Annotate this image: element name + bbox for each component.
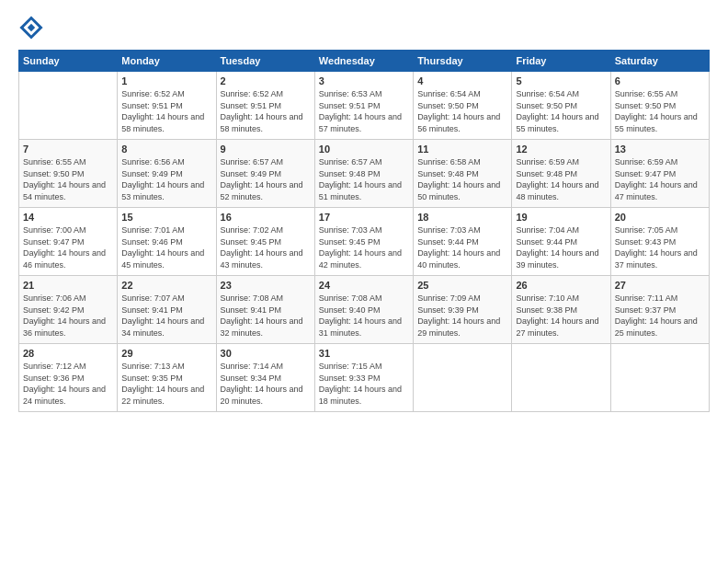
- calendar-cell: 26Sunrise: 7:10 AM Sunset: 9:38 PM Dayli…: [512, 276, 610, 344]
- day-number: 23: [221, 280, 311, 291]
- weekday-header-thursday: Thursday: [414, 51, 512, 72]
- day-info: Sunrise: 7:09 AM Sunset: 9:39 PM Dayligh…: [417, 293, 507, 339]
- day-info: Sunrise: 6:52 AM Sunset: 9:51 PM Dayligh…: [121, 88, 211, 134]
- day-info: Sunrise: 7:15 AM Sunset: 9:33 PM Dayligh…: [319, 361, 409, 407]
- day-info: Sunrise: 7:13 AM Sunset: 9:35 PM Dayligh…: [121, 361, 211, 407]
- calendar-cell: 1Sunrise: 6:52 AM Sunset: 9:51 PM Daylig…: [118, 72, 216, 140]
- calendar-cell: 5Sunrise: 6:54 AM Sunset: 9:50 PM Daylig…: [512, 72, 610, 140]
- day-number: 28: [23, 348, 113, 359]
- calendar-cell: [610, 344, 709, 412]
- day-info: Sunrise: 7:12 AM Sunset: 9:36 PM Dayligh…: [23, 361, 113, 407]
- calendar-cell: [414, 344, 512, 412]
- weekday-header-sunday: Sunday: [19, 51, 118, 72]
- day-number: 6: [615, 75, 705, 86]
- logo: [18, 15, 48, 40]
- day-number: 11: [417, 144, 507, 155]
- calendar-cell: 20Sunrise: 7:05 AM Sunset: 9:43 PM Dayli…: [610, 208, 709, 276]
- week-row-0: 1Sunrise: 6:52 AM Sunset: 9:51 PM Daylig…: [19, 72, 710, 140]
- day-number: 5: [516, 75, 606, 86]
- calendar-cell: 13Sunrise: 6:59 AM Sunset: 9:47 PM Dayli…: [610, 140, 709, 208]
- calendar-cell: 7Sunrise: 6:55 AM Sunset: 9:50 PM Daylig…: [19, 140, 118, 208]
- day-number: 31: [319, 348, 409, 359]
- day-info: Sunrise: 7:03 AM Sunset: 9:45 PM Dayligh…: [319, 224, 409, 270]
- day-info: Sunrise: 7:08 AM Sunset: 9:40 PM Dayligh…: [319, 293, 409, 339]
- header: [18, 15, 710, 40]
- calendar-cell: 4Sunrise: 6:54 AM Sunset: 9:50 PM Daylig…: [414, 72, 512, 140]
- day-info: Sunrise: 6:56 AM Sunset: 9:49 PM Dayligh…: [121, 156, 211, 202]
- day-number: 30: [221, 348, 311, 359]
- day-number: 8: [121, 144, 211, 155]
- calendar-cell: 18Sunrise: 7:03 AM Sunset: 9:44 PM Dayli…: [414, 208, 512, 276]
- day-info: Sunrise: 6:57 AM Sunset: 9:49 PM Dayligh…: [221, 156, 311, 202]
- day-info: Sunrise: 7:02 AM Sunset: 9:45 PM Dayligh…: [221, 224, 311, 270]
- day-info: Sunrise: 7:06 AM Sunset: 9:42 PM Dayligh…: [23, 293, 113, 339]
- day-info: Sunrise: 6:55 AM Sunset: 9:50 PM Dayligh…: [615, 88, 705, 134]
- day-number: 16: [221, 212, 311, 223]
- day-number: 17: [319, 212, 409, 223]
- day-info: Sunrise: 7:00 AM Sunset: 9:47 PM Dayligh…: [23, 224, 113, 270]
- calendar-cell: 15Sunrise: 7:01 AM Sunset: 9:46 PM Dayli…: [118, 208, 216, 276]
- day-number: 12: [516, 144, 606, 155]
- day-number: 22: [121, 280, 211, 291]
- day-info: Sunrise: 6:54 AM Sunset: 9:50 PM Dayligh…: [516, 88, 606, 134]
- day-info: Sunrise: 7:14 AM Sunset: 9:34 PM Dayligh…: [221, 361, 311, 407]
- day-number: 4: [417, 75, 507, 86]
- day-info: Sunrise: 7:01 AM Sunset: 9:46 PM Dayligh…: [121, 224, 211, 270]
- week-row-4: 28Sunrise: 7:12 AM Sunset: 9:36 PM Dayli…: [19, 344, 710, 412]
- weekday-header-tuesday: Tuesday: [216, 51, 314, 72]
- calendar-cell: 9Sunrise: 6:57 AM Sunset: 9:49 PM Daylig…: [216, 140, 314, 208]
- calendar-cell: 19Sunrise: 7:04 AM Sunset: 9:44 PM Dayli…: [512, 208, 610, 276]
- day-number: 15: [121, 212, 211, 223]
- day-info: Sunrise: 6:57 AM Sunset: 9:48 PM Dayligh…: [319, 156, 409, 202]
- calendar-cell: 27Sunrise: 7:11 AM Sunset: 9:37 PM Dayli…: [610, 276, 709, 344]
- day-number: 1: [121, 75, 211, 86]
- calendar-cell: 16Sunrise: 7:02 AM Sunset: 9:45 PM Dayli…: [216, 208, 314, 276]
- calendar-cell: 3Sunrise: 6:53 AM Sunset: 9:51 PM Daylig…: [314, 72, 413, 140]
- day-number: 21: [23, 280, 113, 291]
- calendar-cell: 10Sunrise: 6:57 AM Sunset: 9:48 PM Dayli…: [314, 140, 413, 208]
- day-info: Sunrise: 6:53 AM Sunset: 9:51 PM Dayligh…: [319, 88, 409, 134]
- calendar-cell: [19, 72, 118, 140]
- day-number: 9: [221, 144, 311, 155]
- week-row-1: 7Sunrise: 6:55 AM Sunset: 9:50 PM Daylig…: [19, 140, 710, 208]
- day-number: 27: [615, 280, 705, 291]
- calendar-cell: 24Sunrise: 7:08 AM Sunset: 9:40 PM Dayli…: [314, 276, 413, 344]
- calendar-cell: 8Sunrise: 6:56 AM Sunset: 9:49 PM Daylig…: [118, 140, 216, 208]
- day-info: Sunrise: 7:05 AM Sunset: 9:43 PM Dayligh…: [615, 224, 705, 270]
- calendar-cell: 11Sunrise: 6:58 AM Sunset: 9:48 PM Dayli…: [414, 140, 512, 208]
- day-number: 14: [23, 212, 113, 223]
- page: SundayMondayTuesdayWednesdayThursdayFrid…: [0, 0, 728, 563]
- calendar-cell: 29Sunrise: 7:13 AM Sunset: 9:35 PM Dayli…: [118, 344, 216, 412]
- day-number: 2: [221, 75, 311, 86]
- calendar-cell: 6Sunrise: 6:55 AM Sunset: 9:50 PM Daylig…: [610, 72, 709, 140]
- calendar-cell: 31Sunrise: 7:15 AM Sunset: 9:33 PM Dayli…: [314, 344, 413, 412]
- calendar-cell: 12Sunrise: 6:59 AM Sunset: 9:48 PM Dayli…: [512, 140, 610, 208]
- calendar-cell: 23Sunrise: 7:08 AM Sunset: 9:41 PM Dayli…: [216, 276, 314, 344]
- weekday-header-friday: Friday: [512, 51, 610, 72]
- day-info: Sunrise: 7:11 AM Sunset: 9:37 PM Dayligh…: [615, 293, 705, 339]
- day-info: Sunrise: 7:03 AM Sunset: 9:44 PM Dayligh…: [417, 224, 507, 270]
- calendar-table: SundayMondayTuesdayWednesdayThursdayFrid…: [18, 50, 710, 412]
- day-info: Sunrise: 7:10 AM Sunset: 9:38 PM Dayligh…: [516, 293, 606, 339]
- week-row-3: 21Sunrise: 7:06 AM Sunset: 9:42 PM Dayli…: [19, 276, 710, 344]
- day-info: Sunrise: 6:55 AM Sunset: 9:50 PM Dayligh…: [23, 156, 113, 202]
- calendar-cell: 30Sunrise: 7:14 AM Sunset: 9:34 PM Dayli…: [216, 344, 314, 412]
- day-info: Sunrise: 7:04 AM Sunset: 9:44 PM Dayligh…: [516, 224, 606, 270]
- day-number: 25: [417, 280, 507, 291]
- calendar-cell: 21Sunrise: 7:06 AM Sunset: 9:42 PM Dayli…: [19, 276, 118, 344]
- day-number: 24: [319, 280, 409, 291]
- day-info: Sunrise: 7:08 AM Sunset: 9:41 PM Dayligh…: [221, 293, 311, 339]
- day-info: Sunrise: 6:59 AM Sunset: 9:47 PM Dayligh…: [615, 156, 705, 202]
- day-number: 19: [516, 212, 606, 223]
- logo-icon: [18, 15, 44, 40]
- day-number: 13: [615, 144, 705, 155]
- day-number: 20: [615, 212, 705, 223]
- day-number: 29: [121, 348, 211, 359]
- weekday-header-saturday: Saturday: [610, 51, 709, 72]
- day-info: Sunrise: 6:52 AM Sunset: 9:51 PM Dayligh…: [221, 88, 311, 134]
- day-info: Sunrise: 7:07 AM Sunset: 9:41 PM Dayligh…: [121, 293, 211, 339]
- calendar-cell: 17Sunrise: 7:03 AM Sunset: 9:45 PM Dayli…: [314, 208, 413, 276]
- day-info: Sunrise: 6:58 AM Sunset: 9:48 PM Dayligh…: [417, 156, 507, 202]
- day-info: Sunrise: 6:59 AM Sunset: 9:48 PM Dayligh…: [516, 156, 606, 202]
- day-info: Sunrise: 6:54 AM Sunset: 9:50 PM Dayligh…: [417, 88, 507, 134]
